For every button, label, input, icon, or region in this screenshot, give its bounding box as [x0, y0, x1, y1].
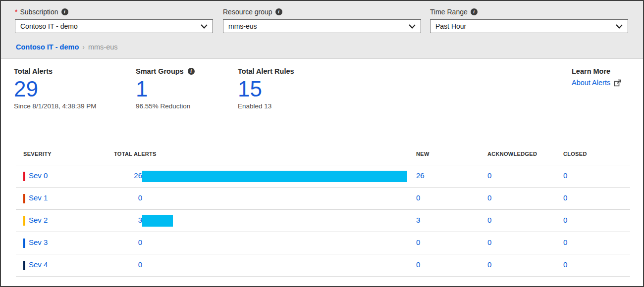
severity-link[interactable]: Sev 2 [29, 216, 48, 224]
closed-value[interactable]: 0 [563, 171, 567, 180]
resource-group-select[interactable]: mms-eus [223, 19, 421, 33]
column-header-severity: SEVERITY [23, 151, 52, 157]
breadcrumb-root-link[interactable]: Contoso IT - demo [16, 43, 79, 51]
chevron-down-icon [409, 24, 416, 29]
stat-value[interactable]: 1 [136, 78, 195, 100]
severity-marker [23, 194, 25, 203]
new-value[interactable]: 3 [416, 216, 420, 224]
acknowledged-value[interactable]: 0 [487, 238, 491, 246]
severity-marker [23, 261, 25, 270]
stat-subtext: Enabled 13 [238, 102, 294, 110]
total-alerts-value[interactable]: 26 [105, 171, 142, 180]
stat-value[interactable]: 15 [238, 78, 294, 100]
subscription-label: * Subscription i [15, 7, 213, 16]
info-icon[interactable]: i [61, 8, 68, 15]
stat-smart-groups: Smart Groups i 1 96.55% Reduction [136, 67, 195, 110]
subscription-label-text: Subscription [20, 8, 58, 16]
severity-link[interactable]: Sev 4 [29, 260, 48, 269]
acknowledged-value[interactable]: 0 [487, 260, 491, 269]
stat-value[interactable]: 29 [14, 78, 97, 100]
about-alerts-link[interactable]: About Alerts [572, 79, 621, 87]
resource-group-value: mms-eus [228, 22, 257, 30]
table-row: Sev 4 0 0 0 0 [16, 254, 630, 277]
time-range-value: Past Hour [435, 22, 466, 30]
stat-label-text: Smart Groups [136, 67, 184, 75]
severity-table-header: SEVERITY TOTAL ALERTS NEW ACKNOWLEDGED C… [16, 147, 630, 165]
new-value[interactable]: 0 [416, 193, 420, 202]
new-value[interactable]: 0 [416, 260, 420, 269]
time-range-filter: Time Range i Past Hour [430, 7, 628, 33]
info-icon[interactable]: i [471, 8, 478, 15]
table-row: Sev 2 3 3 0 0 [16, 210, 630, 232]
closed-value[interactable]: 0 [563, 193, 567, 202]
subscription-filter: * Subscription i Contoso IT - demo [15, 7, 213, 33]
severity-link[interactable]: Sev 0 [29, 171, 48, 180]
acknowledged-value[interactable]: 0 [487, 216, 491, 224]
column-header-acknowledged: ACKNOWLEDGED [487, 151, 537, 157]
severity-marker [23, 172, 25, 181]
table-row: Sev 1 0 0 0 0 [16, 188, 630, 210]
breadcrumb: Contoso IT - demo › mms-eus [16, 43, 118, 51]
severity-table-body: Sev 0 26 26 0 0 Sev 1 0 0 0 0 Sev 2 3 3 … [16, 165, 630, 277]
severity-link[interactable]: Sev 1 [29, 193, 48, 202]
learn-more-section: Learn More About Alerts [572, 67, 621, 87]
new-value[interactable]: 26 [416, 171, 425, 180]
column-header-total-alerts: TOTAL ALERTS [114, 151, 157, 157]
severity-table: SEVERITY TOTAL ALERTS NEW ACKNOWLEDGED C… [16, 147, 630, 277]
stat-subtext: 96.55% Reduction [136, 102, 195, 110]
resource-group-label: Resource group i [223, 7, 421, 16]
table-row: Sev 3 0 0 0 0 [16, 232, 630, 254]
subscription-select[interactable]: Contoso IT - demo [15, 19, 213, 33]
resource-group-label-text: Resource group [223, 8, 272, 16]
column-header-closed: CLOSED [563, 151, 587, 157]
learn-more-title: Learn More [572, 67, 621, 75]
stat-label-text: Total Alert Rules [238, 67, 294, 75]
stat-total-alert-rules: Total Alert Rules 15 Enabled 13 [238, 67, 294, 110]
stat-subtext: Since 8/1/2018, 4:38:39 PM [14, 102, 97, 110]
subscription-value: Contoso IT - demo [20, 22, 78, 30]
total-alerts-value[interactable]: 3 [105, 216, 142, 224]
time-range-label-text: Time Range [430, 8, 468, 16]
breadcrumb-separator: › [82, 43, 85, 51]
total-alerts-value[interactable]: 0 [105, 260, 142, 269]
stat-label: Smart Groups i [136, 67, 195, 75]
time-range-label: Time Range i [430, 7, 628, 16]
new-value[interactable]: 0 [416, 238, 420, 246]
stat-label: Total Alert Rules [238, 67, 294, 75]
chevron-down-icon [616, 24, 623, 29]
total-alerts-bar [142, 171, 407, 182]
chevron-down-icon [201, 24, 208, 29]
stat-label: Total Alerts [14, 67, 97, 75]
alerts-dashboard: * Subscription i Contoso IT - demo Resou… [0, 0, 644, 287]
info-icon[interactable]: i [188, 68, 195, 75]
closed-value[interactable]: 0 [563, 238, 567, 246]
closed-value[interactable]: 0 [563, 260, 567, 269]
stat-total-alerts: Total Alerts 29 Since 8/1/2018, 4:38:39 … [14, 67, 97, 110]
acknowledged-value[interactable]: 0 [487, 193, 491, 202]
about-alerts-label: About Alerts [572, 79, 610, 87]
info-icon[interactable]: i [275, 8, 282, 15]
time-range-select[interactable]: Past Hour [430, 19, 628, 33]
severity-marker [23, 239, 25, 248]
table-row: Sev 0 26 26 0 0 [16, 165, 630, 188]
breadcrumb-current: mms-eus [88, 43, 118, 51]
column-header-new: NEW [416, 151, 429, 157]
filter-bar: * Subscription i Contoso IT - demo Resou… [1, 1, 643, 59]
total-alerts-value[interactable]: 0 [105, 193, 142, 202]
acknowledged-value[interactable]: 0 [487, 171, 491, 180]
required-asterisk: * [15, 8, 17, 16]
stat-label-text: Total Alerts [14, 67, 53, 75]
severity-link[interactable]: Sev 3 [29, 238, 48, 246]
total-alerts-value[interactable]: 0 [105, 238, 142, 246]
total-alerts-bar [142, 215, 173, 227]
severity-marker [23, 216, 25, 226]
resource-group-filter: Resource group i mms-eus [223, 7, 421, 33]
external-link-icon [614, 79, 621, 87]
closed-value[interactable]: 0 [563, 216, 567, 224]
